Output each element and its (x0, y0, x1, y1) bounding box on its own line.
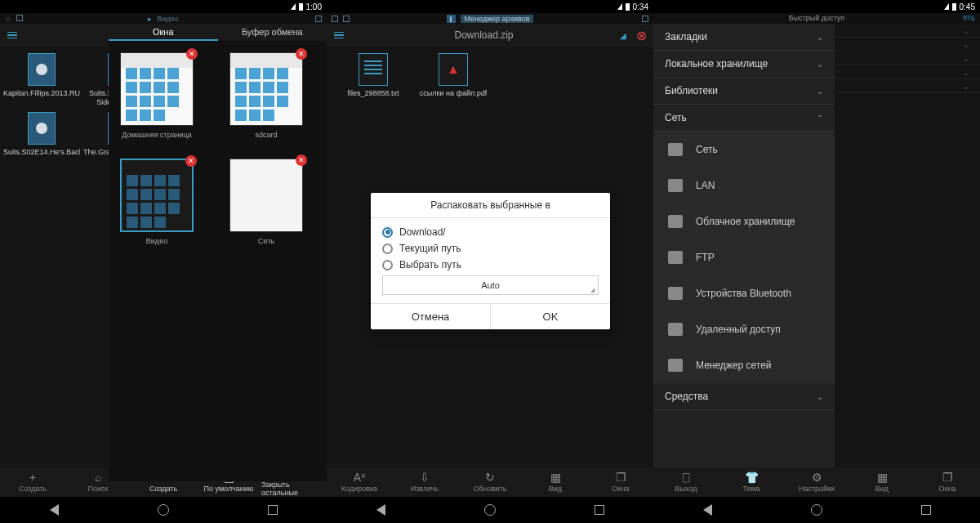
refresh-icon[interactable] (642, 16, 648, 22)
file-label: Suits.S02E14.He's.Back.1080p.WEB- (3, 148, 80, 157)
wifi-icon (617, 3, 622, 10)
radio-choose[interactable]: Выбрать путь (382, 259, 599, 270)
file-item[interactable]: files_298858.txt (333, 53, 413, 98)
toolbar-title: Download.zip (351, 29, 617, 41)
history-icon[interactable] (16, 15, 23, 21)
menu-button[interactable] (327, 32, 351, 39)
txt-file-icon (359, 53, 388, 86)
path-title[interactable]: Видео (157, 15, 178, 23)
section-Локальное хранилище[interactable]: Локальное хранилище ⌄ (653, 51, 835, 78)
toolbar-Вид[interactable]: ▦ Вид (523, 467, 588, 497)
toolbar-Вид[interactable]: ▦ Вид (849, 467, 915, 497)
chevron-down-icon: ⌄ (817, 33, 823, 42)
topbar: ⫿Менеджер архивов (327, 13, 653, 24)
close-button[interactable]: ⊗ (630, 28, 653, 43)
radio-download[interactable]: Download/ (382, 226, 599, 238)
section-Сеть[interactable]: Сеть ⌃ (653, 105, 835, 132)
toolbar-Обновить[interactable]: ↻ Обновить (457, 467, 523, 497)
net-item[interactable]: FTP (653, 239, 835, 275)
toolbar-icon: ⌕ (92, 472, 104, 483)
minimize-icon[interactable]: ◢ (617, 31, 630, 40)
toolbar-icon: ▦ (550, 472, 561, 483)
panel-quickaccess: 0:45 Быстрый доступ еть Закладки ⌄ Локал… (653, 0, 980, 523)
toolbar-icon: Aᵃ (354, 472, 365, 483)
network-icon (668, 287, 683, 300)
status-bar: 0:45 (653, 0, 980, 13)
file-item[interactable]: Suits.S02E14.He's.Back.1080p.WEB- (2, 112, 82, 157)
ok-button[interactable]: OK (491, 304, 610, 329)
toolbar-Создать[interactable]: + Создать (0, 467, 65, 497)
nav-back[interactable] (376, 504, 385, 516)
star-icon[interactable]: ☆ (5, 15, 11, 23)
window-thumbnail[interactable]: ✕ Видео (118, 159, 195, 245)
nav-recent[interactable] (268, 505, 278, 515)
toolbar-Выход[interactable]: ⎕ Выход (653, 467, 719, 497)
radio-icon (382, 260, 393, 270)
toolbar-Тема[interactable]: 👕 Тема (719, 467, 784, 497)
path-title[interactable]: Менеджер архивов (461, 15, 532, 23)
net-item[interactable]: Удаленный доступ (653, 311, 835, 347)
radio-icon (382, 227, 393, 238)
quick-access-title: Быстрый доступ (653, 13, 980, 24)
radio-icon (382, 244, 393, 254)
net-item[interactable]: Менеджер сетей (653, 347, 835, 383)
close-icon[interactable]: ✕ (296, 154, 307, 166)
window-thumbnail[interactable]: ✕ sdcard (228, 52, 305, 139)
section-tools[interactable]: Средства ⌄ (653, 383, 835, 410)
nav-recent[interactable] (595, 505, 604, 515)
network-icon (668, 143, 683, 156)
file-item[interactable]: Kapitan.Fillips.2013.RUS.BDRip.a (2, 53, 82, 107)
net-item[interactable]: LAN (653, 168, 835, 203)
nav-home[interactable] (811, 504, 822, 516)
file-label: Kapitan.Fillips.2013.RUS.BDRip.a (3, 89, 80, 98)
close-icon[interactable]: ✕ (186, 48, 198, 60)
toolbar-Извлечь[interactable]: ⇩ Извлечь (392, 467, 457, 497)
network-icon (668, 323, 683, 336)
toolbar-Окна[interactable]: ❐ Окна (588, 467, 653, 497)
dialog-title: Распаковать выбранные в (371, 193, 610, 218)
battery-icon (299, 3, 303, 11)
toolbar-Настройки[interactable]: ⚙ Настройки (784, 467, 849, 497)
video-file-icon (28, 112, 56, 145)
close-icon[interactable]: ✕ (185, 155, 197, 167)
encoding-select[interactable]: Auto (382, 275, 599, 295)
chevron-down-icon: ⌄ (817, 392, 823, 401)
menu-button[interactable] (0, 32, 24, 39)
tab-windows[interactable]: Окна (109, 24, 218, 41)
video-file-icon (28, 53, 56, 86)
toolbar-Кодировка[interactable]: Aᵃ Кодировка (327, 467, 392, 497)
net-item[interactable]: Сеть (653, 132, 835, 168)
nav-bar (327, 497, 653, 523)
history-icon[interactable] (332, 16, 338, 22)
pdf-file-icon (439, 53, 468, 86)
nav-back[interactable] (50, 504, 59, 516)
nav-home[interactable] (158, 504, 169, 516)
window-thumbnail[interactable]: ✕ Сеть (228, 159, 305, 245)
close-icon[interactable]: ✕ (296, 48, 307, 60)
window-label: Видео (146, 237, 167, 245)
window-thumbnail[interactable]: ✕ Домашняя страница (118, 52, 195, 139)
quick-access-menu: Закладки ⌄ Локальное хранилище ⌄ Библиот… (653, 24, 835, 467)
toolbar-icon: ⚙ (811, 472, 822, 483)
battery-icon (952, 3, 956, 11)
network-icon (668, 215, 683, 228)
wifi-icon (944, 3, 949, 10)
status-time: 1:00 (306, 2, 322, 11)
refresh-icon[interactable] (315, 16, 322, 22)
nav-bar (653, 497, 980, 523)
file-item[interactable]: ссылки на файл.pdf (413, 53, 493, 98)
toolbar-icon: ❐ (942, 472, 953, 483)
nav-back[interactable] (703, 504, 712, 516)
net-item[interactable]: Облачное хранилище (653, 203, 835, 239)
net-item[interactable]: Устройства Bluetooth (653, 275, 835, 311)
file-icon[interactable] (343, 16, 350, 22)
section-Закладки[interactable]: Закладки ⌄ (653, 24, 835, 51)
panel-video: 1:00 ☆ ▸Видео ⊗ Kapitan.Fillips.2013.RUS… (0, 0, 327, 523)
cancel-button[interactable]: Отмена (371, 304, 491, 329)
radio-current[interactable]: Текущий путь (382, 243, 599, 254)
section-Библиотеки[interactable]: Библиотеки ⌄ (653, 78, 835, 105)
toolbar-Окна[interactable]: ❐ Окна (915, 467, 980, 497)
tab-clipboard[interactable]: Буфер обмена (218, 24, 327, 41)
nav-home[interactable] (484, 504, 496, 516)
nav-recent[interactable] (921, 505, 931, 515)
